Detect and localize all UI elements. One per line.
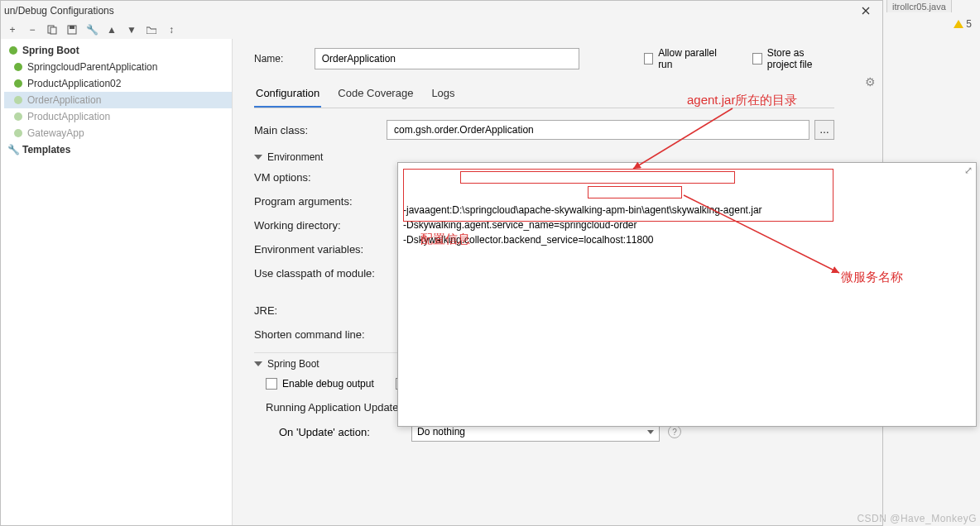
- folder-button[interactable]: [145, 23, 158, 36]
- copy-icon: [47, 25, 57, 35]
- svg-rect-1: [50, 27, 56, 34]
- save-icon: [67, 25, 77, 35]
- main-class-input[interactable]: [387, 120, 809, 140]
- spring-boot-header-label: Spring Boot: [267, 358, 319, 370]
- svg-point-9: [14, 129, 22, 137]
- copy-config-button[interactable]: [46, 23, 59, 36]
- allow-parallel-checkbox[interactable]: [644, 53, 653, 65]
- warning-icon: [954, 20, 963, 28]
- spring-icon: [12, 111, 24, 122]
- sort-button[interactable]: ↕: [165, 23, 178, 36]
- tree-item-label: GatewayApp: [27, 127, 84, 139]
- toolbar: + − 🔧 ▲ ▼ ↕: [1, 21, 882, 39]
- store-project-label: Store as project file: [767, 47, 834, 70]
- title-bar: un/Debug Configurations: [1, 1, 882, 21]
- chevron-down-icon: [647, 430, 654, 434]
- down-button[interactable]: ▼: [125, 23, 138, 36]
- store-project-checkbox[interactable]: [752, 53, 761, 65]
- vm-options-label: VM options:: [254, 171, 387, 184]
- enable-debug-label: Enable debug output: [282, 378, 374, 390]
- spring-icon: [12, 94, 24, 106]
- tree-item-productapp02[interactable]: ProductApplication02: [4, 75, 232, 92]
- tree-templates-label: Templates: [22, 144, 70, 155]
- classpath-label: Use classpath of module:: [254, 267, 420, 280]
- spring-icon: [12, 78, 24, 89]
- jre-label: JRE:: [254, 304, 387, 317]
- tree-root-spring-boot[interactable]: Spring Boot: [4, 42, 232, 59]
- dialog-title: un/Debug Configurations: [4, 5, 114, 17]
- on-update-label: On 'Update' action:: [279, 426, 411, 438]
- tree-templates[interactable]: 🔧 Templates: [4, 141, 232, 158]
- spring-icon: [12, 127, 24, 139]
- spring-icon: [7, 45, 19, 56]
- triangle-down-icon: [254, 361, 262, 366]
- svg-point-4: [9, 46, 17, 55]
- triangle-down-icon: [254, 155, 262, 160]
- tab-configuration[interactable]: Configuration: [254, 82, 321, 108]
- tree-item-orderapp[interactable]: OrderApplication: [4, 92, 232, 108]
- tab-logs[interactable]: Logs: [430, 82, 456, 108]
- watermark: CSDN @Have_MonkeyG: [857, 513, 977, 524]
- editor-tab[interactable]: itrollcr05.java: [886, 0, 952, 12]
- svg-rect-3: [70, 26, 74, 29]
- tree-item-label: ProductApplication02: [27, 78, 121, 89]
- tree-root-label: Spring Boot: [22, 45, 79, 56]
- svg-point-6: [14, 79, 22, 88]
- close-icon: [862, 7, 870, 15]
- name-input[interactable]: [315, 48, 579, 69]
- vm-options-editor[interactable]: ⤢ -javaagent:D:\springcloud\apache-skywa…: [397, 162, 977, 427]
- tree-item-springcloudparent[interactable]: SpringcloudParentApplication: [4, 59, 232, 75]
- svg-point-8: [14, 112, 22, 121]
- environment-header[interactable]: Environment: [254, 151, 834, 163]
- folder-icon: [147, 26, 156, 34]
- up-button[interactable]: ▲: [105, 23, 118, 36]
- tree-item-productapp[interactable]: ProductApplication: [4, 108, 232, 125]
- working-dir-label: Working directory:: [254, 219, 387, 232]
- tree-item-label: OrderApplication: [27, 94, 101, 106]
- tree-item-label: ProductApplication: [27, 111, 110, 122]
- svg-point-5: [14, 63, 22, 71]
- close-button[interactable]: [853, 2, 879, 19]
- main-class-label: Main class:: [254, 124, 387, 136]
- warning-badge[interactable]: 5: [954, 18, 972, 30]
- name-label: Name:: [254, 53, 293, 65]
- tab-code-coverage[interactable]: Code Coverage: [336, 82, 415, 108]
- svg-point-7: [14, 96, 22, 104]
- tree-item-label: SpringcloudParentApplication: [27, 61, 157, 73]
- wrench-icon: 🔧: [7, 144, 19, 155]
- spring-icon: [12, 61, 24, 73]
- collapse-editor-icon[interactable]: ⤢: [964, 165, 973, 176]
- vm-options-text[interactable]: -javaagent:D:\springcloud\apache-skywalk…: [403, 203, 971, 247]
- config-tabs: Configuration Code Coverage Logs: [254, 82, 834, 108]
- help-icon[interactable]: ?: [668, 425, 681, 438]
- tree-item-gatewayapp[interactable]: GatewayApp: [4, 125, 232, 141]
- main-class-browse-button[interactable]: …: [814, 120, 834, 140]
- enable-debug-checkbox[interactable]: [266, 378, 277, 390]
- wrench-button[interactable]: 🔧: [85, 23, 98, 36]
- program-args-label: Program arguments:: [254, 195, 387, 208]
- config-tree: Spring Boot SpringcloudParentApplication…: [1, 39, 233, 525]
- shorten-label: Shorten command line:: [254, 328, 420, 341]
- env-vars-label: Environment variables:: [254, 243, 387, 256]
- remove-config-button[interactable]: −: [26, 23, 39, 36]
- gear-icon[interactable]: ⚙: [865, 75, 876, 88]
- allow-parallel-label: Allow parallel run: [658, 47, 718, 70]
- save-config-button[interactable]: [65, 23, 79, 36]
- on-update-value: Do nothing: [417, 426, 465, 438]
- environment-header-label: Environment: [267, 151, 323, 163]
- warning-count: 5: [966, 18, 972, 30]
- add-config-button[interactable]: +: [6, 23, 19, 36]
